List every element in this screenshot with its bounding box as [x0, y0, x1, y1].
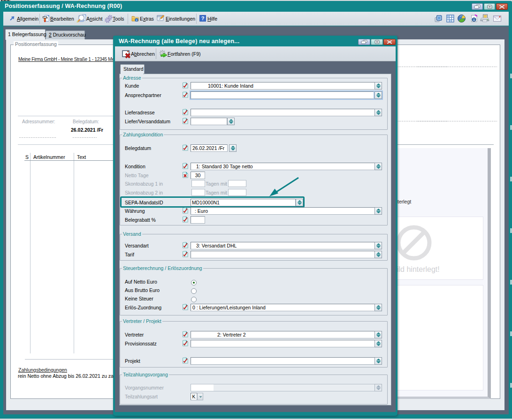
svg-text:?: ? — [201, 15, 205, 21]
